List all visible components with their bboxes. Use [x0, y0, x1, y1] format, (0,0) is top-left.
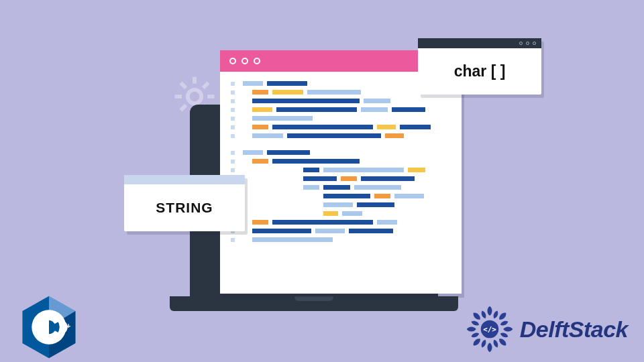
svg-text:+: +	[66, 322, 71, 330]
svg-text:</>: </>	[483, 325, 496, 334]
delftstack-emblem-icon: </>	[464, 303, 516, 355]
window-dot-icon	[241, 58, 248, 64]
window-dot-icon	[254, 58, 260, 64]
window-dot-icon	[533, 42, 536, 45]
card-titlebar-dark	[418, 38, 541, 48]
cpp-logo-icon: + +	[20, 295, 78, 359]
char-label: char [ ]	[418, 48, 541, 95]
char-array-card: char [ ]	[418, 38, 541, 95]
window-dot-icon	[519, 42, 523, 45]
code-body	[220, 72, 462, 253]
string-label: STRING	[124, 184, 245, 231]
delftstack-text: DelftStack	[520, 316, 628, 343]
svg-text:+: +	[59, 322, 64, 330]
laptop-base	[170, 296, 458, 311]
window-dot-icon	[526, 42, 529, 45]
window-dot-icon	[229, 58, 236, 64]
string-card: STRING	[124, 175, 245, 231]
laptop-notch	[294, 296, 333, 301]
delftstack-logo: </> DelftStack	[464, 303, 628, 355]
svg-point-0	[188, 90, 201, 103]
card-titlebar	[124, 175, 245, 184]
